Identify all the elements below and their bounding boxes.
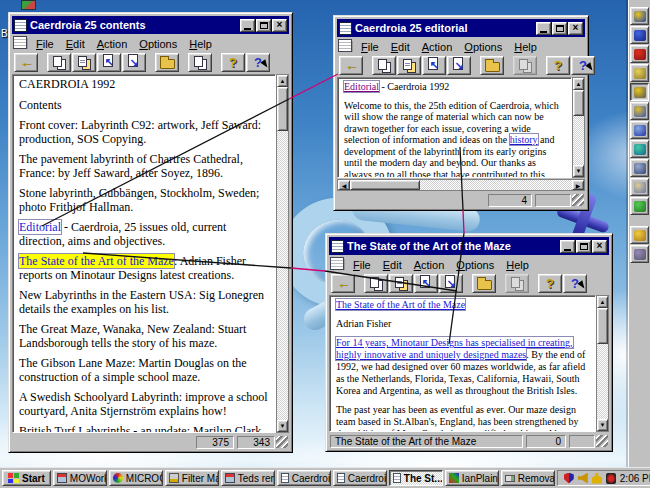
launcher-button-10[interactable]: [630, 178, 649, 196]
launcher-button-7[interactable]: [630, 121, 649, 139]
page-flip-icon[interactable]: [330, 257, 344, 270]
vertical-scrollbar[interactable]: ▲ ▼: [276, 74, 289, 433]
menu-options[interactable]: Options: [450, 258, 500, 272]
flower-tray-icon[interactable]: [606, 473, 616, 484]
menu-edit[interactable]: Edit: [377, 258, 408, 272]
hyperlink[interactable]: Editorial: [344, 81, 379, 92]
scrollbar-thumb[interactable]: [597, 308, 608, 344]
resize-grip[interactable]: [276, 436, 288, 448]
maximize-button[interactable]: [576, 240, 591, 253]
scrollbar-thumb[interactable]: [573, 90, 584, 116]
taskbar-button-microc[interactable]: MICROC...: [109, 470, 163, 486]
vertical-scrollbar[interactable]: ▲ ▼: [596, 295, 609, 432]
menu-help[interactable]: Help: [183, 37, 218, 51]
hyperlink[interactable]: Editorial: [19, 220, 61, 234]
context-help-button[interactable]: ?: [246, 53, 270, 72]
context-help-button[interactable]: ?: [571, 56, 595, 75]
resize-grip[interactable]: [572, 194, 584, 206]
show-links-button[interactable]: [397, 56, 421, 75]
taskbar-button-removab[interactable]: Removab...: [501, 470, 555, 486]
launcher-button-13[interactable]: [630, 245, 649, 263]
scroll-up-icon[interactable]: ▲: [277, 75, 288, 87]
close-button[interactable]: ×: [592, 240, 607, 253]
back-exit-button[interactable]: ←: [339, 56, 363, 75]
menu-file[interactable]: File: [347, 258, 377, 272]
open-folder-button[interactable]: [155, 53, 179, 72]
help-button[interactable]: ?: [538, 274, 562, 293]
vertical-scrollbar[interactable]: ▲ ▼: [572, 77, 585, 178]
taskbar-button-ianplain[interactable]: IanPlain...: [445, 470, 499, 486]
taskbar-button-moworks[interactable]: MOWorks: [53, 470, 107, 486]
titlebar[interactable]: The State of the Art of the Maze ×: [329, 237, 609, 255]
titlebar[interactable]: Caerdroia 25 editorial ×: [337, 19, 585, 37]
launcher-button-3[interactable]: [630, 45, 649, 63]
menu-options[interactable]: Options: [458, 40, 508, 54]
end-link-button[interactable]: ↘: [122, 53, 146, 72]
back-exit-button[interactable]: ←: [331, 274, 355, 293]
scroll-right-icon[interactable]: ▶: [572, 180, 584, 190]
close-button[interactable]: ×: [568, 22, 583, 35]
copy-document-button[interactable]: [364, 274, 388, 293]
show-links-button[interactable]: [389, 274, 413, 293]
end-link-button[interactable]: ↘: [439, 274, 463, 293]
help-button[interactable]: ?: [546, 56, 570, 75]
scroll-up-icon[interactable]: ▲: [573, 78, 584, 90]
minimize-button[interactable]: [536, 22, 551, 35]
menu-file[interactable]: File: [30, 37, 60, 51]
desktop-icon-partial[interactable]: [21, 0, 36, 10]
taskbar-button-the-st[interactable]: The St...: [389, 470, 443, 486]
launcher-button-6[interactable]: [630, 102, 649, 120]
menu-edit[interactable]: Edit: [385, 40, 416, 54]
open-folder-button[interactable]: [472, 274, 496, 293]
end-link-button[interactable]: ↘: [447, 56, 471, 75]
help-button[interactable]: ?: [221, 53, 245, 72]
hyperlink[interactable]: The State of the Art of the Maze: [19, 254, 174, 268]
maximize-button[interactable]: [552, 22, 567, 35]
taskbar-button-filter-man[interactable]: Filter Man...: [165, 470, 219, 486]
scroll-down-icon[interactable]: ▼: [573, 165, 584, 177]
scrollbar-thumb[interactable]: [350, 180, 420, 190]
menu-options[interactable]: Options: [133, 37, 183, 51]
scroll-down-icon[interactable]: ▼: [597, 419, 608, 431]
hyperlink[interactable]: history: [510, 134, 538, 145]
minimize-button[interactable]: [560, 240, 575, 253]
horizontal-scrollbar[interactable]: ◀ ▶: [337, 179, 585, 191]
launcher-button-2[interactable]: [630, 26, 649, 44]
scrollbar-thumb[interactable]: [277, 87, 288, 131]
taskbar-button-caerdroia[interactable]: Caerdroia...: [277, 470, 331, 486]
start-button[interactable]: Start: [2, 470, 51, 486]
open-folder-button[interactable]: [480, 56, 504, 75]
copy-document-button[interactable]: [372, 56, 396, 75]
menu-action[interactable]: Action: [91, 37, 134, 51]
context-help-button[interactable]: ?: [563, 274, 587, 293]
start-link-button[interactable]: ↖: [422, 56, 446, 75]
close-button[interactable]: ×: [272, 19, 287, 32]
scroll-down-icon[interactable]: ▼: [277, 420, 288, 432]
shield-tray-icon[interactable]: [564, 473, 574, 484]
hyperlink[interactable]: The State of the Art of the Maze: [336, 299, 465, 310]
menu-file[interactable]: File: [355, 40, 385, 54]
copy-button[interactable]: [505, 274, 529, 293]
start-link-button[interactable]: ↖: [97, 53, 121, 72]
launcher-button-12[interactable]: [630, 226, 649, 244]
copy-button[interactable]: [188, 53, 212, 72]
launcher-button-5[interactable]: [630, 83, 649, 101]
copy-button[interactable]: [513, 56, 537, 75]
page-flip-icon[interactable]: [13, 36, 27, 49]
launcher-button-1[interactable]: [630, 7, 649, 25]
launcher-button-4[interactable]: [630, 64, 649, 82]
scroll-left-icon[interactable]: ◀: [338, 180, 350, 190]
page-flip-icon[interactable]: [338, 39, 352, 52]
show-links-button[interactable]: [72, 53, 96, 72]
titlebar[interactable]: Caerdroia 25 contents ×: [12, 16, 289, 34]
scroll-up-icon[interactable]: ▲: [597, 296, 608, 308]
start-link-button[interactable]: ↖: [414, 274, 438, 293]
minimize-button[interactable]: [240, 19, 255, 32]
menu-action[interactable]: Action: [408, 258, 451, 272]
menu-action[interactable]: Action: [416, 40, 459, 54]
resize-grip[interactable]: [596, 435, 608, 447]
menu-help[interactable]: Help: [500, 258, 535, 272]
menu-help[interactable]: Help: [508, 40, 543, 54]
copy-document-button[interactable]: [47, 53, 71, 72]
launcher-button-9[interactable]: [630, 159, 649, 177]
